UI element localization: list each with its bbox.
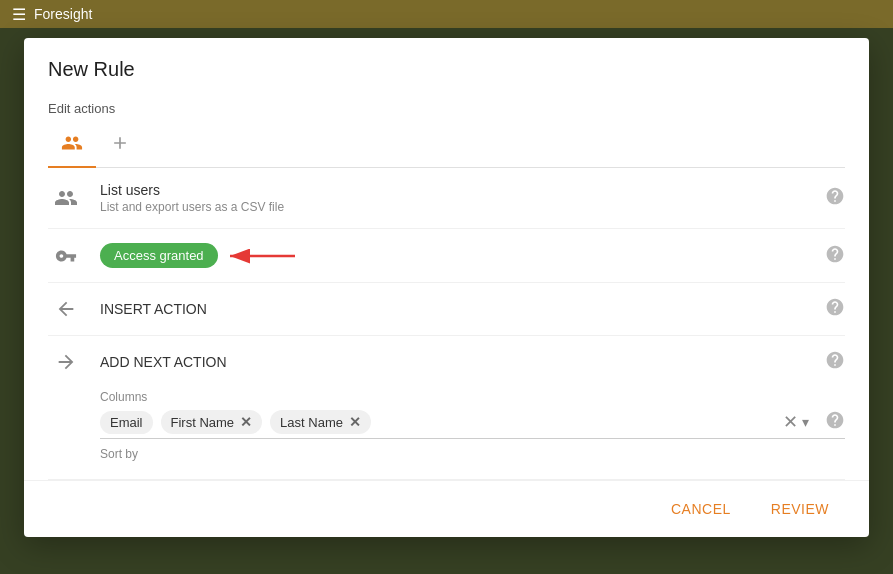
columns-row: Email First Name ✕ Last Name ✕ ✕ ▾ [100, 410, 845, 439]
add-next-action-title: ADD NEXT ACTION [100, 354, 809, 370]
add-next-action-row: ADD NEXT ACTION Columns Email [48, 336, 845, 480]
edit-actions-label: Edit actions [48, 97, 845, 116]
chip-first-name-remove[interactable]: ✕ [240, 414, 252, 430]
list-users-title: List users [100, 182, 809, 198]
chip-last-name: Last Name ✕ [270, 410, 371, 434]
app-bar: ☰ Foresight [0, 0, 893, 28]
add-tab-icon [110, 133, 130, 158]
dialog-body: Edit actions [24, 97, 869, 480]
columns-help-icon[interactable] [825, 410, 845, 434]
dropdown-icon[interactable]: ▾ [802, 414, 809, 430]
chip-first-name: First Name ✕ [161, 410, 263, 434]
columns-label: Columns [100, 390, 845, 404]
columns-controls: ✕ ▾ [783, 411, 809, 433]
insert-action-help-icon[interactable] [825, 297, 845, 321]
insert-action-title: INSERT ACTION [100, 301, 809, 317]
dialog: New Rule Edit actions [24, 38, 869, 537]
insert-action-row[interactable]: INSERT ACTION [48, 283, 845, 336]
chip-email-label: Email [110, 415, 143, 430]
access-granted-badge[interactable]: Access granted [100, 243, 218, 268]
list-users-icon [48, 186, 84, 210]
chip-first-name-label: First Name [171, 415, 235, 430]
tab-users[interactable] [48, 124, 96, 167]
key-icon [48, 245, 84, 267]
access-granted-help-icon[interactable] [825, 244, 845, 268]
insert-action-icon [48, 298, 84, 320]
chip-last-name-label: Last Name [280, 415, 343, 430]
red-arrow-indicator [220, 241, 300, 271]
backdrop: New Rule Edit actions [0, 28, 893, 574]
columns-section: Columns Email First Name ✕ Last Name ✕ [48, 382, 845, 465]
list-users-help-icon[interactable] [825, 186, 845, 210]
tab-add[interactable] [96, 125, 144, 166]
list-users-subtitle: List and export users as a CSV file [100, 200, 809, 214]
list-users-row: List users List and export users as a CS… [48, 168, 845, 229]
add-next-action-icon [48, 351, 84, 373]
clear-all-icon[interactable]: ✕ [783, 411, 798, 433]
cancel-button[interactable]: CANCEL [655, 493, 747, 525]
sort-by-label: Sort by [100, 439, 845, 461]
add-next-action-help-icon[interactable] [825, 350, 845, 374]
access-granted-content: Access granted [100, 243, 809, 268]
add-next-action-content: ADD NEXT ACTION [100, 354, 809, 370]
tabs-bar [48, 124, 845, 168]
menu-icon[interactable]: ☰ [12, 5, 26, 24]
access-granted-row: Access granted [48, 229, 845, 283]
users-tab-icon [61, 132, 83, 159]
app-title: Foresight [34, 6, 92, 22]
chip-email: Email [100, 411, 153, 434]
dialog-title: New Rule [48, 58, 845, 81]
insert-action-content: INSERT ACTION [100, 301, 809, 317]
review-button[interactable]: REVIEW [755, 493, 845, 525]
dialog-header: New Rule [24, 38, 869, 97]
chip-last-name-remove[interactable]: ✕ [349, 414, 361, 430]
list-users-content: List users List and export users as a CS… [100, 182, 809, 214]
dialog-footer: CANCEL REVIEW [24, 480, 869, 537]
